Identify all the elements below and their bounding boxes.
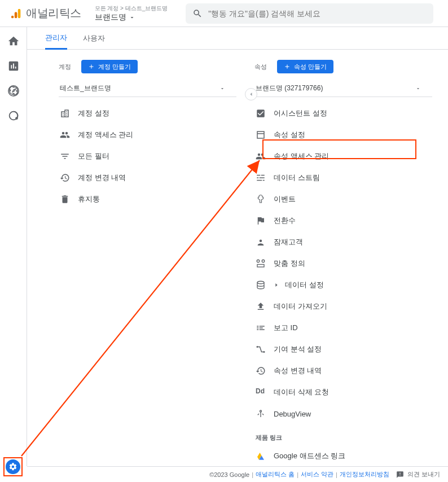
conversions[interactable]: 전환수 xyxy=(254,210,432,231)
tab-admin[interactable]: 관리자 xyxy=(45,27,67,50)
footer-feedback[interactable]: 의견 보내기 xyxy=(407,470,440,479)
account-access[interactable]: 계정 액세스 관리 xyxy=(59,124,236,146)
footer-tos-link[interactable]: 서비스 약관 xyxy=(301,470,333,479)
admin-tabs: 관리자 사용자 xyxy=(27,27,448,50)
assistant-setup[interactable]: 어시스턴트 설정 xyxy=(254,103,432,124)
trash-icon xyxy=(60,194,70,204)
trash[interactable]: 휴지통 xyxy=(59,189,236,210)
item-label: 보고 ID xyxy=(274,323,298,333)
property-change-history[interactable]: 속성 변경 내역 xyxy=(254,360,432,382)
property-name: 브랜드명 xyxy=(95,12,126,23)
data-deletion[interactable]: Dd데이터 삭제 요청 xyxy=(254,382,432,403)
footer-privacy-link[interactable]: 개인정보처리방침 xyxy=(340,470,389,479)
item-label: 계정 설정 xyxy=(78,108,109,119)
create-property-button[interactable]: 속성 만들기 xyxy=(277,60,333,73)
reports-icon[interactable] xyxy=(7,60,20,72)
custom-definitions[interactable]: 맞춤 정의 xyxy=(254,253,432,274)
data-import[interactable]: 데이터 가져오기 xyxy=(254,296,432,317)
property-dropdown[interactable]: 브랜드명 (327179766) xyxy=(254,80,432,97)
custom-icon xyxy=(256,258,266,269)
item-label: 잠재고객 xyxy=(274,237,303,247)
property-selected: 브랜드명 (327179766) xyxy=(256,84,323,93)
attribution-settings[interactable]: 기여 분석 설정 xyxy=(254,339,432,360)
audiences[interactable]: 잠재고객 xyxy=(254,231,432,253)
sheet-icon xyxy=(256,130,266,140)
item-label: 기여 분석 설정 xyxy=(274,344,322,354)
item-label: 데이터 가져오기 xyxy=(274,301,327,312)
reporting-id[interactable]: 보고 ID xyxy=(254,317,432,339)
product-logo[interactable]: 애널리틱스 xyxy=(5,6,87,21)
account-settings[interactable]: 계정 설정 xyxy=(59,103,236,124)
account-label: 계정 xyxy=(59,63,71,71)
caret-down-icon xyxy=(219,86,225,91)
svg-point-10 xyxy=(263,351,265,353)
property-column: 속성 속성 만들기 브랜드명 (327179766) 어시스턴트 설정 속성 설… xyxy=(254,60,432,466)
home-icon[interactable] xyxy=(7,35,20,47)
chevron-right-icon xyxy=(274,282,279,288)
account-change-history[interactable]: 계정 변경 내역 xyxy=(59,167,236,189)
item-label: 모든 필터 xyxy=(78,151,109,161)
building-icon xyxy=(60,108,70,119)
chevron-left-icon xyxy=(248,91,254,98)
svg-point-4 xyxy=(15,117,18,120)
footer-home-link[interactable]: 애널리틱스 홈 xyxy=(256,470,295,479)
people-icon xyxy=(60,130,70,140)
product-links-label: 제품 링크 xyxy=(254,424,432,445)
svg-rect-0 xyxy=(18,8,21,18)
property-selector[interactable]: 모든 계정 > 테스트_브랜드명 브랜드명 xyxy=(87,5,176,23)
item-label: 속성 설정 xyxy=(274,130,305,140)
svg-rect-7 xyxy=(257,265,264,268)
top-bar: 애널리틱스 모든 계정 > 테스트_브랜드명 브랜드명 xyxy=(0,0,448,27)
feedback-icon xyxy=(396,471,404,479)
explore-icon[interactable] xyxy=(7,85,20,97)
breadcrumb: 모든 계정 > 테스트_브랜드명 xyxy=(95,5,168,12)
property-access[interactable]: 속성 액세스 관리 xyxy=(254,146,432,167)
adsense-link[interactable]: Google 애드센스 링크 xyxy=(254,445,432,466)
item-label: 계정 변경 내역 xyxy=(78,173,126,183)
create-account-button[interactable]: 계정 만들기 xyxy=(81,60,138,73)
item-label: 데이터 설정 xyxy=(285,280,324,290)
debugview[interactable]: DebugView xyxy=(254,403,432,424)
property-settings[interactable]: 속성 설정 xyxy=(254,124,432,146)
debug-icon xyxy=(256,409,266,419)
create-account-label: 계정 만들기 xyxy=(98,63,131,71)
account-dropdown[interactable]: 테스트_브랜드명 xyxy=(59,80,236,97)
upload-icon xyxy=(256,301,266,312)
data-streams[interactable]: 데이터 스트림 xyxy=(254,167,432,189)
adsense-icon xyxy=(256,451,266,461)
data-settings[interactable]: 데이터 설정 xyxy=(254,274,432,296)
caret-down-icon xyxy=(129,14,135,21)
item-label: 속성 액세스 관리 xyxy=(274,151,329,161)
svg-point-6 xyxy=(262,260,265,262)
column-collapse-toggle[interactable] xyxy=(245,88,257,100)
gear-icon xyxy=(8,462,17,471)
tab-user[interactable]: 사용자 xyxy=(83,27,105,49)
svg-point-2 xyxy=(11,15,14,18)
all-filters[interactable]: 모든 필터 xyxy=(59,146,236,167)
search-bar[interactable] xyxy=(186,3,433,24)
search-input[interactable] xyxy=(208,9,427,18)
event-icon xyxy=(256,194,266,204)
svg-point-5 xyxy=(257,260,260,262)
advertising-icon[interactable] xyxy=(7,109,20,122)
path-icon xyxy=(256,344,266,354)
svg-point-9 xyxy=(257,346,258,348)
events[interactable]: 이벤트 xyxy=(254,189,432,210)
property-label: 속성 xyxy=(254,63,267,71)
svg-rect-1 xyxy=(15,12,17,18)
item-label: 데이터 삭제 요청 xyxy=(274,387,329,397)
check-icon xyxy=(256,108,266,119)
people-icon xyxy=(256,151,266,161)
history-icon xyxy=(60,173,70,183)
product-name: 애널리틱스 xyxy=(26,6,81,21)
admin-gear-button[interactable] xyxy=(6,459,20,474)
annotation-gear-box xyxy=(3,457,23,476)
copyright: ©2023 Google xyxy=(209,471,249,478)
item-label: 데이터 스트림 xyxy=(274,173,320,183)
item-label: 휴지통 xyxy=(78,194,100,204)
svg-point-8 xyxy=(257,281,264,284)
left-nav xyxy=(0,27,27,466)
flag-icon xyxy=(256,216,266,226)
stream-icon xyxy=(256,173,266,183)
create-property-label: 속성 만들기 xyxy=(294,63,327,71)
